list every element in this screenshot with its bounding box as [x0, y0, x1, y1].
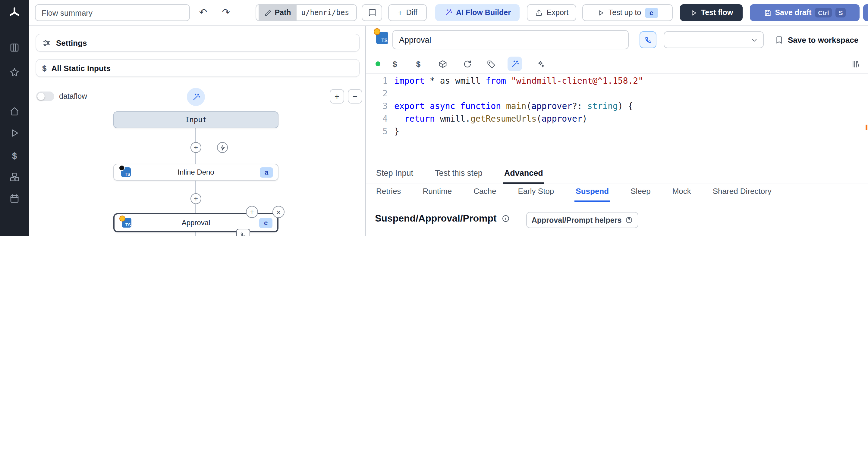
code-line: import * as wmill from "windmill-client@…: [394, 75, 860, 87]
path-button[interactable]: Path u/henri/bes: [255, 4, 357, 21]
suspend-title: Suspend/Approval/Prompt: [375, 213, 497, 224]
resource-picker-button[interactable]: $: [411, 57, 426, 71]
export-button[interactable]: Export: [527, 4, 576, 21]
save-draft-button[interactable]: Save draft Ctrl S: [750, 4, 860, 21]
tab-test-this-step[interactable]: Test this step: [434, 165, 484, 183]
suspend-title-row: Suspend/Approval/Prompt: [375, 213, 510, 224]
favorites-star-icon[interactable]: [0, 66, 29, 79]
magic-wand-icon: [191, 92, 200, 101]
phone-incoming-icon: [240, 232, 247, 236]
tab-step-input[interactable]: Step Input: [375, 165, 414, 183]
flow-settings-row[interactable]: Settings: [36, 34, 360, 52]
dataflow-toggle-row: dataflow: [36, 92, 87, 101]
redo-button[interactable]: ↷: [216, 4, 236, 21]
step-name-input[interactable]: [393, 30, 629, 49]
runs-play-icon[interactable]: [0, 127, 29, 140]
deno-icon: [119, 165, 125, 171]
line-number: 5: [366, 125, 388, 138]
tab-advanced[interactable]: Advanced: [503, 165, 544, 183]
plus-icon: +: [335, 92, 339, 101]
step-id-badge: c: [259, 217, 273, 228]
variable-picker-button[interactable]: $: [388, 57, 402, 71]
test-up-to-label: Test up to: [609, 8, 641, 17]
insert-step-button[interactable]: +: [190, 193, 201, 204]
flow-settings-label: Settings: [56, 38, 87, 47]
resources-boxes-icon[interactable]: [0, 170, 29, 183]
tab-mock[interactable]: Mock: [671, 183, 692, 202]
ai-flow-builder-button[interactable]: AI Flow Builder: [435, 4, 520, 21]
all-static-inputs-row[interactable]: $ All Static Inputs: [36, 59, 360, 77]
library-button[interactable]: [848, 57, 863, 71]
plus-icon: +: [194, 143, 198, 152]
line-number: 3: [366, 100, 388, 112]
play-icon: [689, 9, 698, 16]
line-number: 2: [366, 87, 388, 100]
add-trigger-button[interactable]: [217, 142, 228, 153]
node-delete-button[interactable]: ×: [273, 206, 284, 218]
tab-retries[interactable]: Retries: [375, 183, 402, 202]
node-add-button[interactable]: +: [246, 206, 258, 218]
docs-book-button[interactable]: [362, 4, 382, 21]
kbd-s: S: [836, 8, 846, 18]
typescript-icon: TS: [376, 32, 388, 44]
save-to-workspace-button[interactable]: Save to workspace: [771, 31, 862, 48]
path-value: u/henri/bes: [300, 8, 354, 17]
test-up-to-button[interactable]: Test up to c: [582, 4, 673, 21]
undo-button[interactable]: ↶: [193, 4, 213, 21]
diff-label: Diff: [406, 8, 417, 17]
emoji-overlay-icon: [374, 28, 380, 35]
zoom-in-button[interactable]: +: [330, 89, 344, 104]
suspend-indicator-button[interactable]: [236, 229, 250, 236]
tab-sleep[interactable]: Sleep: [629, 183, 652, 202]
approval-prompt-helpers-button[interactable]: Approval/Prompt helpers: [526, 212, 638, 228]
flow-summary-input[interactable]: [35, 4, 190, 21]
library-icon: [851, 59, 860, 68]
redo-icon: ↷: [222, 8, 230, 18]
home-icon[interactable]: [0, 105, 29, 118]
helpers-button-label: Approval/Prompt helpers: [532, 216, 622, 224]
scrollbar-marker: [866, 125, 867, 130]
minus-icon: −: [352, 92, 358, 101]
ai-flow-builder-label: AI Flow Builder: [456, 8, 511, 17]
magic-wand-icon: [444, 8, 453, 17]
insert-step-button[interactable]: +: [190, 142, 201, 153]
tab-suspend[interactable]: Suspend: [575, 183, 610, 202]
export-label: Export: [547, 8, 568, 17]
kbd-ctrl: Ctrl: [815, 8, 832, 18]
template-select[interactable]: [664, 31, 764, 48]
tag-icon: [486, 59, 495, 68]
reload-button[interactable]: [460, 57, 474, 71]
ai-assist-wand-button[interactable]: [187, 88, 205, 106]
flow-editor-panel: Settings $ All Static Inputs dataflow + …: [29, 25, 365, 236]
info-icon[interactable]: [501, 214, 510, 223]
book-icon: [367, 8, 376, 17]
dataflow-toggle[interactable]: [36, 92, 54, 101]
ai-assistant-button-active[interactable]: [507, 57, 522, 71]
tab-shared-directory[interactable]: Shared Directory: [712, 183, 773, 202]
schedules-calendar-icon[interactable]: [0, 192, 29, 205]
plus-icon: +: [194, 195, 198, 203]
cut-off-button[interactable]: [863, 4, 868, 21]
windmill-logo[interactable]: [0, 5, 29, 21]
step-editor-panel: TS Save to workspace $ $: [365, 25, 868, 236]
test-flow-button[interactable]: Test flow: [680, 4, 743, 21]
variables-dollar-icon[interactable]: $: [0, 149, 29, 162]
tab-early-stop[interactable]: Early Stop: [517, 183, 555, 202]
tab-runtime[interactable]: Runtime: [421, 183, 453, 202]
tab-cache[interactable]: Cache: [472, 183, 497, 202]
line-number: 4: [366, 112, 388, 125]
chevron-down-icon: [750, 36, 758, 44]
suspend-phone-button[interactable]: [640, 31, 656, 48]
sparkles-button[interactable]: [533, 57, 547, 71]
flow-node-input[interactable]: Input: [113, 111, 278, 128]
flow-node-inline-deno[interactable]: TS Inline Deno a: [113, 164, 278, 180]
tag-button[interactable]: [484, 57, 498, 71]
code-editor[interactable]: 12345 import * as wmill from "windmill-c…: [366, 73, 868, 164]
apps-grid-icon[interactable]: [0, 41, 29, 54]
test-up-to-step-badge: c: [645, 7, 658, 18]
zoom-out-button[interactable]: −: [348, 89, 362, 104]
code-gutter: 12345: [366, 75, 388, 138]
dollar-icon: $: [42, 64, 46, 72]
package-button[interactable]: [435, 57, 450, 71]
diff-button[interactable]: + Diff: [388, 4, 427, 21]
